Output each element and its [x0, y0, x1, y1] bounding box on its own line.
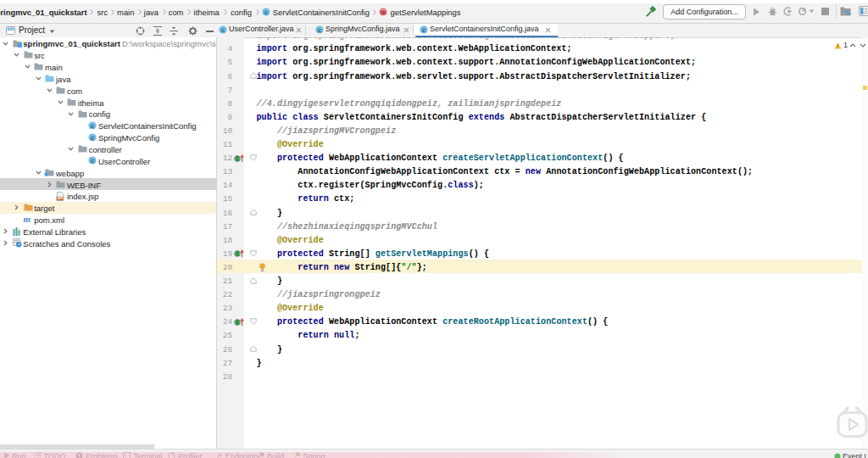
- svg-text:JSP: JSP: [57, 197, 64, 200]
- svg-text:c: c: [422, 26, 426, 32]
- svg-text:c: c: [318, 26, 321, 32]
- svg-text:c: c: [91, 157, 94, 165]
- svg-text:c: c: [221, 26, 225, 32]
- svg-text:c: c: [91, 133, 94, 141]
- svg-text:m: m: [381, 9, 386, 15]
- svg-text:c: c: [264, 9, 268, 15]
- svg-text:c: c: [91, 122, 94, 130]
